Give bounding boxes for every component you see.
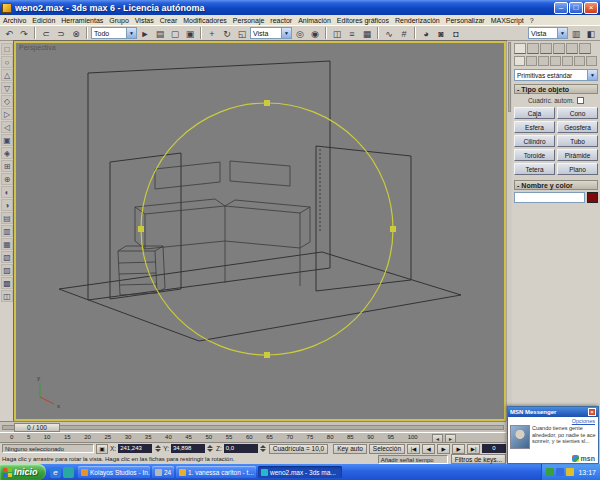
curve-editor-icon[interactable]: ∿ [382, 27, 396, 40]
left-tool-icon[interactable]: ▣ [1, 134, 13, 146]
menu-maxscript[interactable]: MAXScript [488, 17, 527, 24]
tab-hierarchy-icon[interactable] [540, 43, 552, 54]
render-view-dropdown[interactable]: Vista ▼ [528, 27, 568, 39]
left-tool-icon[interactable]: ⊞ [1, 160, 13, 172]
perspective-viewport[interactable]: Perspectiva x y [14, 41, 506, 421]
align-icon[interactable]: ≡ [345, 27, 359, 40]
layers-icon[interactable]: ▦ [360, 27, 374, 40]
redo-icon[interactable]: ↷ [17, 27, 31, 40]
menu-crear[interactable]: Crear [157, 17, 181, 24]
app-icon[interactable] [2, 3, 12, 13]
trackbar-prev-key-button[interactable]: ◄ [432, 434, 443, 443]
gizmo-handle-left[interactable] [138, 226, 144, 232]
cat-systems-icon[interactable] [586, 56, 597, 66]
object-button-cilindro[interactable]: Cilindro [514, 135, 555, 147]
scrollbar-thumb[interactable] [508, 42, 511, 112]
object-button-esfera[interactable]: Esfera [514, 121, 555, 133]
render-scene-icon[interactable]: ◙ [434, 27, 448, 40]
time-slider[interactable]: 0 / 100 [0, 421, 506, 432]
reference-coordsys-dropdown[interactable]: Vista ▼ [250, 27, 292, 39]
schematic-view-icon[interactable]: # [397, 27, 411, 40]
object-button-caja[interactable]: Caja [514, 107, 555, 119]
left-tool-icon[interactable]: ▩ [1, 277, 13, 289]
wireframe-cabinet[interactable] [118, 246, 165, 295]
material-editor-icon[interactable]: ◕ [419, 27, 433, 40]
menu-personaje[interactable]: Personaje [230, 17, 268, 24]
gizmo-handle-right[interactable] [390, 226, 396, 232]
use-center-icon[interactable]: ◎ [293, 27, 307, 40]
tab-utilities-icon[interactable] [579, 43, 591, 54]
select-by-name-icon[interactable]: ▤ [153, 27, 167, 40]
z-spinner[interactable] [260, 444, 267, 453]
key-filters-button[interactable]: Filtros de keys... [451, 454, 506, 464]
cat-shapes-icon[interactable] [526, 56, 537, 66]
wireframe-wall-back[interactable] [88, 61, 330, 300]
viewport-label[interactable]: Perspectiva [19, 44, 56, 51]
left-tool-icon[interactable]: ▥ [1, 225, 13, 237]
next-frame-icon[interactable]: ▶ [452, 444, 465, 454]
tab-motion-icon[interactable] [553, 43, 565, 54]
start-button[interactable]: Inicio [0, 464, 46, 480]
cat-lights-icon[interactable] [538, 56, 549, 66]
select-link-icon[interactable]: ⊂ [39, 27, 53, 40]
left-tool-icon[interactable]: ◇ [1, 95, 13, 107]
play-icon[interactable]: ▶ [437, 444, 450, 454]
menu-grupo[interactable]: Grupo [106, 17, 131, 24]
cat-geometry-icon[interactable] [514, 56, 525, 66]
object-button-cono[interactable]: Cono [557, 107, 598, 119]
render-last-icon[interactable]: ▥ [569, 27, 583, 40]
left-tool-icon[interactable]: ◈ [1, 147, 13, 159]
menu-personalizar[interactable]: Personalizar [443, 17, 488, 24]
wireframe-floor-plane[interactable] [59, 252, 461, 341]
left-tool-icon[interactable]: ▦ [1, 238, 13, 250]
msn-options-link[interactable]: Opciones [508, 417, 598, 424]
menu-ayuda[interactable]: ? [527, 17, 537, 24]
maximize-button[interactable]: □ [569, 2, 583, 14]
menu-edicion[interactable]: Edición [29, 17, 58, 24]
menu-editores-graficos[interactable]: Editores gráficos [334, 17, 392, 24]
unlink-icon[interactable]: ⊃ [54, 27, 68, 40]
rotate-icon[interactable]: ↻ [220, 27, 234, 40]
lock-selection-icon[interactable]: ▣ [96, 444, 108, 454]
mirror-icon[interactable]: ◫ [330, 27, 344, 40]
cat-cameras-icon[interactable] [550, 56, 561, 66]
track-bar[interactable]: 0 5 10 15 20 25 30 35 40 45 50 55 60 65 … [0, 432, 506, 443]
left-tool-icon[interactable]: △ [1, 69, 13, 81]
viewport-canvas[interactable]: x y [16, 43, 504, 419]
selection-filter-dropdown[interactable]: Todo ▼ [91, 27, 137, 39]
menu-vistas[interactable]: Vistas [132, 17, 157, 24]
go-to-start-icon[interactable]: |◀ [407, 444, 420, 454]
wireframe-furniture[interactable] [135, 161, 310, 286]
cat-helpers-icon[interactable] [562, 56, 573, 66]
rollout-name-color[interactable]: - Nombre y color [514, 180, 598, 190]
y-coordinate-field[interactable]: 34,898 [171, 444, 205, 453]
object-button-tetera[interactable]: Tetera [514, 163, 555, 175]
left-tool-icon[interactable]: ⊕ [1, 173, 13, 185]
internet-explorer-icon[interactable]: e [50, 467, 61, 478]
taskbar-item-vanessa-carlton[interactable]: 1. vanessa carlton - t... [176, 466, 256, 478]
left-tool-icon[interactable]: ▤ [1, 212, 13, 224]
tab-create-icon[interactable] [514, 43, 526, 54]
object-button-geosfera[interactable]: Geosfera [557, 121, 598, 133]
left-tool-icon[interactable]: ▽ [1, 82, 13, 94]
object-button-piramide[interactable]: Pirámide [557, 149, 598, 161]
object-name-input[interactable] [514, 192, 585, 203]
select-object-icon[interactable]: ► [138, 27, 152, 40]
add-time-tag[interactable]: Añadir señal tiempo [378, 455, 448, 464]
undo-icon[interactable]: ↶ [2, 27, 16, 40]
menu-modificadores[interactable]: Modificadores [180, 17, 230, 24]
msn-title-bar[interactable]: MSN Messenger × [508, 407, 598, 417]
left-tool-icon[interactable]: ◑ [1, 199, 13, 211]
menu-animacion[interactable]: Animación [295, 17, 334, 24]
manipulate-icon[interactable]: ◉ [308, 27, 322, 40]
gizmo-handle-top[interactable] [264, 100, 270, 106]
time-slider-thumb[interactable]: 0 / 100 [14, 423, 60, 432]
geometry-category-dropdown[interactable]: Primitivas estándar ▼ [514, 69, 598, 81]
y-spinner[interactable] [207, 444, 214, 453]
object-button-plano[interactable]: Plano [557, 163, 598, 175]
left-tool-icon[interactable]: ◐ [1, 186, 13, 198]
bind-spacewarp-icon[interactable]: ⊗ [69, 27, 83, 40]
previous-frame-icon[interactable]: ◀ [422, 444, 435, 454]
object-button-toroide[interactable]: Toroide [514, 149, 555, 161]
rect-selection-region-icon[interactable]: ▢ [168, 27, 182, 40]
